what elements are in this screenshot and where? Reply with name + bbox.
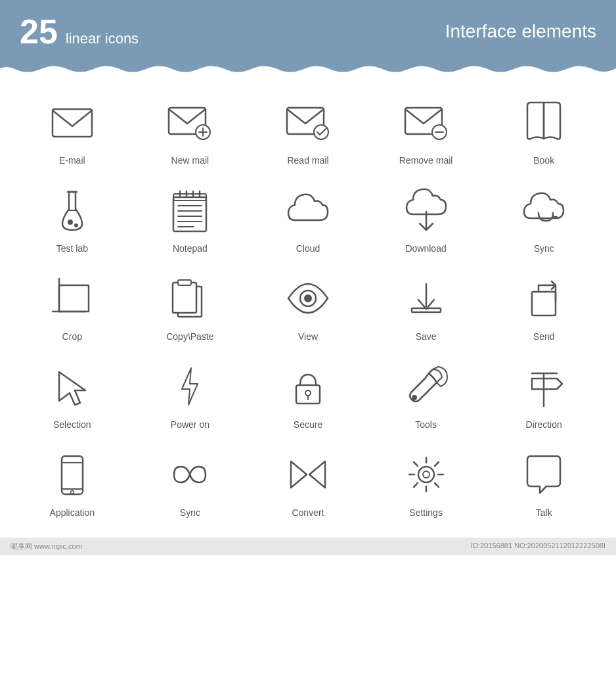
new-mail-label: New mail xyxy=(171,155,209,166)
download-icon xyxy=(400,184,452,237)
svg-rect-40 xyxy=(296,385,320,404)
notepad-icon xyxy=(164,184,216,237)
svg-marker-38 xyxy=(59,372,85,405)
remove-mail-label: Remove mail xyxy=(399,155,453,166)
tools-label: Tools xyxy=(415,419,437,430)
copy-paste-label: Copy\Paste xyxy=(166,331,213,342)
torn-edge xyxy=(0,63,616,78)
svg-point-52 xyxy=(418,467,434,482)
icon-cell-application: Application xyxy=(13,436,131,524)
svg-point-13 xyxy=(75,224,77,227)
svg-rect-28 xyxy=(59,285,89,312)
email-icon xyxy=(46,96,99,149)
talk-icon xyxy=(517,448,570,501)
header-title: Interface elements xyxy=(445,21,596,42)
view-label: View xyxy=(298,331,318,342)
direction-label: Direction xyxy=(526,419,562,430)
footer-right: ID:20156881 NO:2020052112012222508I xyxy=(471,542,605,551)
convert-icon xyxy=(282,448,334,501)
icon-cell-book: Book xyxy=(485,84,603,172)
icons-grid: E-mail New mail Read mail xyxy=(0,78,616,538)
icon-cell-settings: Settings xyxy=(367,436,485,524)
icon-cell-download: Download xyxy=(367,172,485,260)
send-label: Send xyxy=(533,331,555,342)
cloud-label: Cloud xyxy=(296,243,320,254)
tools-icon xyxy=(400,360,452,413)
selection-label: Selection xyxy=(53,419,91,430)
cloud-icon xyxy=(282,184,334,237)
power-on-icon xyxy=(164,360,216,413)
svg-line-59 xyxy=(435,483,439,487)
icon-cell-test-lab: Test lab xyxy=(13,172,131,260)
svg-marker-39 xyxy=(182,368,198,405)
send-icon xyxy=(517,272,570,325)
header-subtitle: linear icons xyxy=(66,30,139,47)
icon-cell-sync-cloud: Sync xyxy=(485,172,603,260)
icon-cell-read-mail: Read mail xyxy=(249,84,367,172)
svg-point-34 xyxy=(305,295,311,302)
icon-cell-notepad: Notepad xyxy=(131,172,250,260)
svg-point-12 xyxy=(68,220,72,224)
icon-cell-talk: Talk xyxy=(485,436,603,524)
selection-icon xyxy=(46,360,99,413)
copy-paste-icon xyxy=(164,272,216,325)
test-lab-icon xyxy=(46,184,99,237)
svg-point-53 xyxy=(423,471,429,478)
convert-label: Convert xyxy=(292,507,324,518)
save-label: Save xyxy=(416,331,437,342)
icon-cell-view: View xyxy=(249,260,367,348)
header: 25 linear icons Interface elements xyxy=(0,0,616,63)
new-mail-icon xyxy=(164,96,216,149)
svg-point-6 xyxy=(314,125,328,139)
sync-icon xyxy=(164,448,216,501)
icon-cell-crop: Crop xyxy=(13,260,131,348)
read-mail-icon xyxy=(282,96,334,149)
application-icon xyxy=(46,448,99,501)
icon-cell-secure: Secure xyxy=(249,348,367,436)
icon-cell-sync: Sync xyxy=(131,436,250,524)
svg-rect-32 xyxy=(178,280,191,285)
svg-line-60 xyxy=(435,462,439,466)
svg-rect-37 xyxy=(532,292,556,315)
svg-line-58 xyxy=(414,462,418,466)
view-icon xyxy=(282,272,334,325)
test-lab-label: Test lab xyxy=(56,243,88,254)
icon-cell-cloud: Cloud xyxy=(249,172,367,260)
icon-cell-selection: Selection xyxy=(13,348,131,436)
icon-count: 25 xyxy=(20,12,58,51)
secure-label: Secure xyxy=(294,419,322,430)
sync-cloud-icon xyxy=(517,184,570,237)
svg-rect-31 xyxy=(173,283,196,313)
icon-cell-email: E-mail xyxy=(13,84,131,172)
icon-cell-tools: Tools xyxy=(367,348,485,436)
save-icon xyxy=(400,272,452,325)
svg-marker-50 xyxy=(291,461,307,488)
icon-cell-new-mail: New mail xyxy=(131,84,250,172)
icon-cell-power-on: Power on xyxy=(131,348,250,436)
book-icon xyxy=(517,96,570,149)
svg-line-61 xyxy=(414,483,418,487)
read-mail-label: Read mail xyxy=(287,155,328,166)
settings-label: Settings xyxy=(409,507,443,518)
svg-point-43 xyxy=(412,396,416,400)
footer-left: 呢享网 www.nipic.com xyxy=(11,542,82,551)
sync-label: Sync xyxy=(180,507,200,518)
svg-point-49 xyxy=(70,491,74,494)
svg-marker-51 xyxy=(309,461,325,488)
svg-point-41 xyxy=(305,390,311,396)
email-label: E-mail xyxy=(59,155,85,166)
svg-rect-0 xyxy=(53,109,92,137)
settings-icon xyxy=(400,448,452,501)
remove-mail-icon xyxy=(400,96,452,149)
icon-cell-direction: Direction xyxy=(485,348,603,436)
notepad-label: Notepad xyxy=(173,243,208,254)
crop-icon xyxy=(46,272,99,325)
footer-bar: 呢享网 www.nipic.com ID:20156881 NO:2020052… xyxy=(0,538,616,555)
crop-label: Crop xyxy=(62,331,82,342)
power-on-label: Power on xyxy=(171,419,209,430)
talk-label: Talk xyxy=(536,507,552,518)
icon-cell-remove-mail: Remove mail xyxy=(367,84,485,172)
direction-icon xyxy=(517,360,570,413)
icon-cell-send: Send xyxy=(485,260,603,348)
sync-cloud-label: Sync xyxy=(534,243,554,254)
